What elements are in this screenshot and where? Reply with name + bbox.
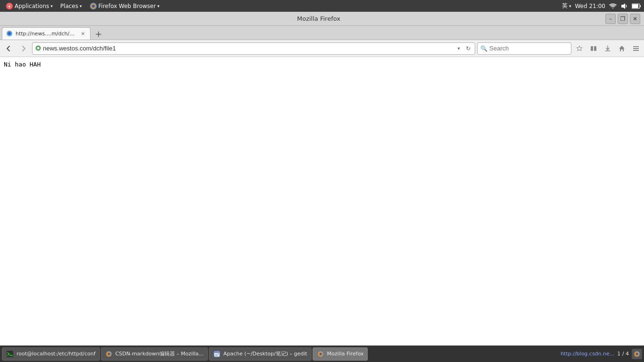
svg-point-3: [92, 5, 95, 8]
window-controls: – ❐ ✕: [605, 14, 640, 24]
taskbar: root@localhost:/etc/httpd/conf CSDN-mark…: [0, 346, 644, 362]
reload-button[interactable]: ↻: [464, 45, 472, 52]
taskbar-item-firefox[interactable]: Mozilla Firefox: [313, 347, 368, 361]
home-icon: [618, 45, 626, 52]
wifi-icon: [609, 2, 617, 10]
taskbar-item-gedit[interactable]: Apache (~/Desktop/笔记) – gedit: [209, 347, 312, 361]
menu-button[interactable]: [630, 42, 642, 55]
site-icon: [35, 45, 41, 52]
svg-marker-4: [621, 3, 625, 9]
browser-tab[interactable]: http://news....m/dch/file1 ✕: [2, 27, 91, 40]
volume-icon: [620, 2, 628, 10]
forward-button[interactable]: [17, 42, 30, 55]
download-icon: [604, 45, 611, 52]
wifi-indicator[interactable]: [609, 2, 617, 10]
svg-rect-6: [640, 5, 641, 7]
system-bar: ✦ Applications ▾ Places ▾ Firefox Web Br…: [0, 0, 644, 12]
address-bar[interactable]: ▾ ↻: [32, 42, 475, 55]
taskbar-terminal-label: root@localhost:/etc/httpd/conf: [17, 351, 96, 357]
svg-rect-7: [632, 4, 638, 8]
close-button[interactable]: ✕: [630, 14, 640, 24]
volume-indicator[interactable]: [620, 2, 628, 10]
terminal-icon: [6, 350, 14, 358]
time-label: Wed 21:00: [575, 3, 605, 9]
minimize-button[interactable]: –: [605, 14, 616, 24]
address-input[interactable]: [43, 45, 453, 52]
page-content: Ni hao HAH: [0, 57, 644, 362]
taskbar-notification-icon[interactable]: [632, 349, 642, 359]
tab-label: http://news....m/dch/file1: [16, 31, 77, 37]
bookmark-button[interactable]: [573, 42, 586, 55]
battery-icon: [632, 3, 641, 9]
firefox-chevron-icon: ▾: [157, 4, 160, 8]
taskbar-item-csdn[interactable]: CSDN-markdown编辑器 – Mozilla...: [101, 347, 208, 361]
svg-point-11: [37, 47, 40, 49]
new-tab-button[interactable]: +: [92, 27, 105, 40]
taskbar-right: http://blog.csdn.ne... 1 / 4: [561, 349, 642, 359]
title-bar: Mozilla Firefox – ❐ ✕: [0, 12, 644, 26]
svg-point-25: [319, 353, 322, 355]
firefox-menu[interactable]: Firefox Web Browser ▾: [87, 1, 163, 11]
places-chevron-icon: ▾: [80, 4, 82, 8]
battery-indicator[interactable]: [632, 3, 641, 9]
system-bar-left: ✦ Applications ▾ Places ▾ Firefox Web Br…: [3, 1, 162, 11]
applications-label: Applications: [15, 3, 49, 9]
reader-mode-button[interactable]: [587, 42, 600, 55]
svg-rect-17: [7, 351, 13, 357]
svg-point-27: [636, 353, 638, 355]
gedit-icon: [213, 350, 221, 358]
search-icon: 🔍: [480, 45, 487, 52]
taskbar-item-terminal[interactable]: root@localhost:/etc/httpd/conf: [2, 347, 100, 361]
places-label: Places: [60, 3, 78, 9]
svg-rect-12: [591, 46, 593, 51]
address-dropdown-button[interactable]: ▾: [455, 45, 462, 52]
svg-point-19: [107, 353, 110, 355]
csdn-firefox-icon: [105, 350, 113, 358]
nav-bar: ▾ ↻ 🔍: [0, 40, 644, 57]
tab-bar: http://news....m/dch/file1 ✕ +: [0, 26, 644, 40]
search-bar[interactable]: 🔍: [477, 42, 571, 55]
taskbar-gedit-label: Apache (~/Desktop/笔记) – gedit: [223, 350, 307, 357]
home-button[interactable]: [616, 42, 628, 55]
system-bar-right: 英 ▾ Wed 21:00: [562, 2, 641, 10]
hamburger-icon: [632, 45, 640, 52]
svg-rect-15: [633, 48, 639, 49]
star-icon: [576, 45, 583, 52]
clock: Wed 21:00: [575, 3, 605, 9]
applications-menu[interactable]: ✦ Applications ▾: [3, 1, 56, 11]
apps-icon: ✦: [6, 2, 13, 10]
svg-rect-16: [633, 50, 639, 51]
search-input[interactable]: [489, 45, 569, 52]
svg-point-9: [8, 32, 11, 35]
svg-rect-13: [594, 46, 596, 51]
firefox-label: Firefox Web Browser: [99, 3, 156, 9]
window-title: Mozilla Firefox: [32, 15, 605, 22]
lang-indicator[interactable]: 英 ▾: [562, 2, 571, 10]
tab-favicon: [6, 30, 13, 37]
svg-rect-14: [633, 46, 639, 47]
taskbar-url-hint: http://blog.csdn.ne...: [561, 351, 614, 357]
back-icon: [5, 45, 12, 52]
firefox-taskbar-icon: [317, 350, 324, 358]
page-text: Ni hao HAH: [4, 61, 640, 68]
taskbar-firefox-label: Mozilla Firefox: [327, 351, 364, 357]
maximize-button[interactable]: ❐: [618, 14, 628, 24]
back-button[interactable]: [2, 42, 15, 55]
notification-icon: [634, 351, 640, 357]
taskbar-csdn-label: CSDN-markdown编辑器 – Mozilla...: [116, 350, 204, 357]
taskbar-page-count: 1 / 4: [617, 351, 629, 357]
places-menu[interactable]: Places ▾: [58, 2, 85, 10]
lang-chevron-icon: ▾: [569, 4, 571, 8]
reader-icon: [590, 45, 597, 52]
firefox-icon: [90, 2, 97, 10]
firefox-window: Mozilla Firefox – ❐ ✕ http://news....m/d…: [0, 12, 644, 362]
downloads-button[interactable]: [602, 42, 614, 55]
forward-icon: [20, 45, 27, 52]
lang-label: 英: [562, 2, 568, 10]
apps-chevron-icon: ▾: [50, 4, 53, 8]
tab-close-button[interactable]: ✕: [80, 30, 86, 37]
svg-text:✦: ✦: [8, 4, 11, 9]
